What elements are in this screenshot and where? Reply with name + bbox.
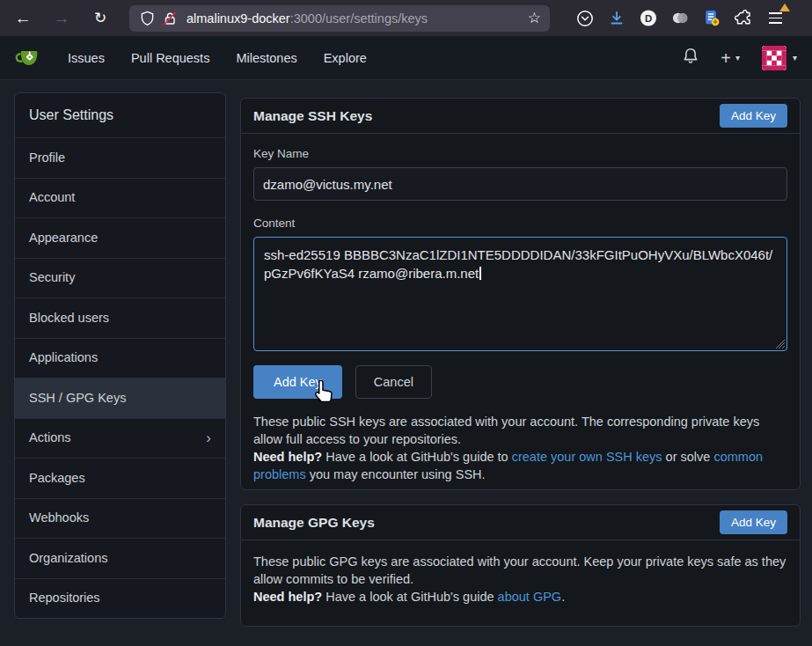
sidebar-item-appearance[interactable]: Appearance xyxy=(15,217,225,258)
key-name-label: Key Name xyxy=(253,147,787,160)
resize-grip-icon[interactable] xyxy=(775,339,785,349)
chevron-down-icon: ▾ xyxy=(793,53,797,62)
svg-text:D: D xyxy=(645,13,652,24)
content-text: ssh-ed25519 BBBBC3NzaC1lZDI1NTE5DDDDIDAN… xyxy=(264,247,772,281)
chevron-down-icon: ▾ xyxy=(735,53,740,62)
sidebar-item-webhooks[interactable]: Webhooks xyxy=(15,498,225,539)
content-textarea[interactable]: ssh-ed25519 BBBBC3NzaC1lZDI1NTE5DDDDIDAN… xyxy=(253,237,787,351)
sidebar-item-security[interactable]: Security xyxy=(15,258,225,298)
sidebar-item-blocked-users[interactable]: Blocked users xyxy=(15,297,225,338)
browser-reload-icon[interactable]: ↻ xyxy=(87,5,113,32)
nav-item-pull-requests[interactable]: Pull Requests xyxy=(131,51,209,65)
browser-toolbar: ← → ↻ almalinux9-docker:3000/user/settin… xyxy=(0,0,812,36)
text-caret xyxy=(479,267,481,280)
nav-item-issues[interactable]: Issues xyxy=(68,51,105,65)
insecure-lock-icon[interactable] xyxy=(161,10,179,27)
url-bar[interactable]: almalinux9-docker:3000/user/settings/key… xyxy=(129,5,550,32)
sidebar-title: User Settings xyxy=(15,93,225,137)
user-menu-dropdown[interactable]: ▾ xyxy=(762,46,797,70)
about-gpg-link[interactable]: about GPG xyxy=(498,590,562,604)
content-label: Content xyxy=(253,217,787,230)
update-badge xyxy=(779,4,790,11)
ssh-add-key-header-button[interactable]: Add Key xyxy=(720,104,787,128)
url-host: almalinux9-docker xyxy=(187,11,290,26)
key-name-input[interactable] xyxy=(253,167,787,201)
sidebar-item-organizations[interactable]: Organizations xyxy=(15,538,225,578)
sidebar-item-repositories[interactable]: Repositories xyxy=(15,578,225,619)
manage-gpg-keys-panel: Manage GPG Keys Add Key These public GPG… xyxy=(240,504,801,627)
browser-back-icon[interactable]: ← xyxy=(10,5,36,32)
sidebar-item-applications[interactable]: Applications xyxy=(15,338,225,378)
tracking-shield-icon[interactable] xyxy=(138,10,156,27)
avatar xyxy=(762,46,786,70)
sidebar-item-packages[interactable]: Packages xyxy=(15,458,225,498)
nav-item-milestones[interactable]: Milestones xyxy=(236,51,296,65)
add-key-submit-button[interactable]: Add Key xyxy=(253,365,342,399)
chevron-right-icon: › xyxy=(206,430,211,445)
notifications-bell-icon[interactable] xyxy=(683,48,699,68)
url-text[interactable]: almalinux9-docker:3000/user/settings/key… xyxy=(187,11,428,26)
bookmark-star-icon[interactable]: ☆ xyxy=(528,9,541,27)
extension-document-icon[interactable] xyxy=(703,10,721,27)
sidebar-item-actions[interactable]: Actions › xyxy=(15,418,225,459)
browser-forward-icon[interactable]: → xyxy=(48,5,75,32)
gpg-add-key-header-button[interactable]: Add Key xyxy=(720,510,787,534)
ssh-help-text: These public SSH keys are associated wit… xyxy=(253,413,787,483)
gpg-panel-title: Manage GPG Keys xyxy=(253,515,375,531)
pocket-icon[interactable] xyxy=(576,10,594,27)
plus-icon: + xyxy=(721,49,731,67)
gitea-logo-icon[interactable] xyxy=(15,45,41,71)
sidebar-item-account[interactable]: Account xyxy=(15,178,225,218)
downloads-icon[interactable] xyxy=(608,10,625,27)
sidebar-item-ssh-gpg-keys[interactable]: SSH / GPG Keys xyxy=(15,378,225,418)
gpg-help-text: These public GPG keys are associated wit… xyxy=(253,553,787,606)
sidebar-item-profile[interactable]: Profile xyxy=(15,137,225,178)
create-ssh-keys-link[interactable]: create your own SSH keys xyxy=(512,450,662,464)
extension-circles-icon[interactable] xyxy=(671,10,689,27)
menu-hamburger-icon[interactable] xyxy=(766,10,784,27)
create-new-dropdown[interactable]: + ▾ xyxy=(721,49,740,67)
settings-sidebar: User Settings Profile Account Appearance… xyxy=(14,92,226,619)
nav-item-explore[interactable]: Explore xyxy=(324,51,367,65)
extensions-puzzle-icon[interactable] xyxy=(735,10,752,27)
url-path: :3000/user/settings/keys xyxy=(290,11,428,26)
ssh-panel-title: Manage SSH Keys xyxy=(253,108,372,124)
cancel-button[interactable]: Cancel xyxy=(355,365,432,399)
manage-ssh-keys-panel: Manage SSH Keys Add Key Key Name Content… xyxy=(240,98,801,490)
gitea-navbar: Issues Pull Requests Milestones Explore … xyxy=(0,36,812,80)
extension-d-icon[interactable]: D xyxy=(640,10,657,27)
